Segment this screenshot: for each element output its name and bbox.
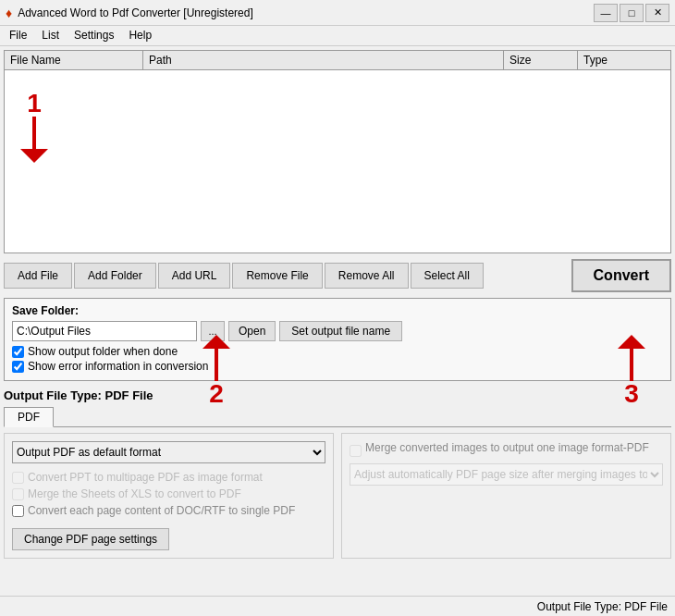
menu-list[interactable]: List [36, 28, 65, 43]
file-table-header: File Name Path Size Type [5, 51, 670, 70]
tab-bar: PDF [4, 406, 671, 427]
merge-xls-label: Merge the Sheets of XLS to convert to PD… [28, 487, 241, 500]
open-button[interactable]: Open [228, 321, 276, 341]
merge-xls-checkbox [12, 488, 24, 500]
minimize-button[interactable]: — [594, 4, 618, 22]
main-content: File Name Path Size Type 1 Add File Add … [0, 46, 675, 616]
set-output-button[interactable]: Set output file name [279, 321, 402, 341]
col-path: Path [143, 51, 504, 69]
pdf-options-right: Merge converted images to output one ima… [341, 433, 671, 559]
show-output-folder-checkbox[interactable] [12, 346, 24, 358]
maximize-button[interactable]: □ [620, 4, 644, 22]
menu-file[interactable]: File [4, 28, 32, 43]
menu-help[interactable]: Help [123, 28, 157, 43]
tab-pdf[interactable]: PDF [4, 407, 54, 427]
col-type: Type [578, 51, 670, 69]
status-bar: Output File Type: PDF File [0, 596, 675, 616]
col-size: Size [504, 51, 578, 69]
title-bar: ♦ Advanced Word to Pdf Converter [Unregi… [0, 0, 675, 26]
convert-ppt-label: Convert PPT to multipage PDF as image fo… [28, 471, 263, 484]
save-folder-row: ... Open Set output file name [12, 321, 663, 341]
file-table-body [5, 70, 670, 246]
change-pdf-settings-button[interactable]: Change PDF page settings [12, 528, 169, 550]
window-controls: — □ ✕ [594, 4, 669, 22]
merge-images-row: Merge converted images to output one ima… [350, 441, 663, 460]
app-icon: ♦ [6, 6, 12, 20]
show-error-info-checkbox[interactable] [12, 361, 24, 373]
merge-xls-row: Merge the Sheets of XLS to convert to PD… [12, 487, 325, 500]
menu-bar: File List Settings Help [0, 26, 675, 46]
show-output-folder-label: Show output folder when done [28, 345, 178, 358]
remove-file-button[interactable]: Remove File [232, 263, 322, 289]
convert-ppt-row: Convert PPT to multipage PDF as image fo… [12, 471, 325, 484]
merge-images-checkbox [350, 445, 362, 457]
app-title: Advanced Word to Pdf Converter [Unregist… [18, 6, 253, 19]
show-error-info-label: Show error information in conversion [28, 360, 208, 373]
toolbar: Add File Add Folder Add URL Remove File … [4, 257, 671, 294]
convert-doc-checkbox[interactable] [12, 505, 24, 517]
convert-button[interactable]: Convert [571, 259, 671, 292]
add-file-button[interactable]: Add File [4, 263, 72, 289]
col-filename: File Name [5, 51, 143, 69]
toolbar-wrapper: 1 Add File Add Folder Add URL Remove Fil… [4, 257, 671, 294]
convert-doc-label: Convert each page content of DOC/RTF to … [28, 504, 295, 517]
output-type-label: Output File Type: PDF File [4, 388, 671, 402]
remove-all-button[interactable]: Remove All [325, 263, 409, 289]
save-folder-section: Save Folder: ... Open Set output file na… [4, 298, 671, 381]
convert-ppt-checkbox [12, 472, 24, 484]
output-format-dropdown[interactable]: Output PDF as default format [12, 441, 325, 463]
browse-button[interactable]: ... [201, 321, 225, 341]
status-text: Output File Type: PDF File [537, 600, 668, 613]
output-type-section: Output File Type: PDF File PDF Output PD… [4, 385, 671, 562]
add-url-button[interactable]: Add URL [158, 263, 231, 289]
save-folder-label: Save Folder: [12, 304, 663, 317]
select-all-button[interactable]: Select All [411, 263, 484, 289]
show-output-folder-row: Show output folder when done [12, 345, 663, 358]
folder-path-input[interactable] [12, 321, 197, 341]
show-error-info-row: Show error information in conversion [12, 360, 663, 373]
pdf-options: Output PDF as default format Convert PPT… [4, 433, 671, 559]
convert-doc-row: Convert each page content of DOC/RTF to … [12, 504, 325, 517]
merge-images-label: Merge converted images to output one ima… [365, 441, 649, 454]
add-folder-button[interactable]: Add Folder [74, 263, 156, 289]
menu-settings[interactable]: Settings [68, 28, 119, 43]
adjust-page-size-dropdown: Adjust automatically PDF page size after… [350, 463, 663, 486]
file-table-container: File Name Path Size Type [4, 50, 671, 253]
pdf-options-left: Output PDF as default format Convert PPT… [4, 433, 334, 559]
close-button[interactable]: ✕ [645, 4, 669, 22]
